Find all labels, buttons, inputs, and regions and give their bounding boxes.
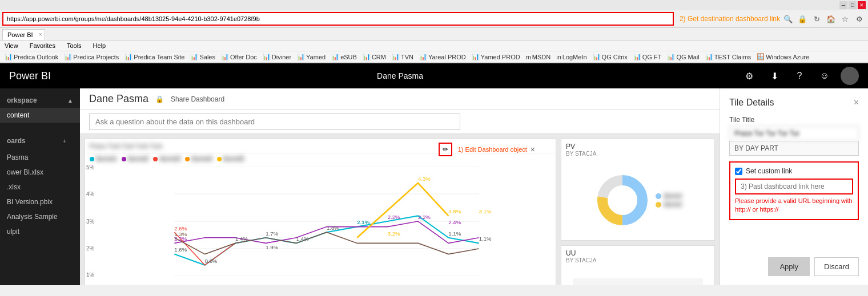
y-label-1: 1% (86, 272, 94, 278)
pbi-content: orkspace ▲ content oards + Pasma ower Bl… (0, 88, 868, 285)
sidebar-item-biversion[interactable]: BI Version.pbix (0, 194, 80, 209)
panel-actions: Apply Discard (729, 257, 859, 276)
legend-dot-1 (90, 157, 94, 161)
bookmark-windows-azure[interactable]: 🪟 Windows Azure (754, 52, 811, 61)
qa-bar-container (80, 110, 720, 134)
star-icon[interactable]: ☆ (839, 13, 851, 25)
bookmark-qg-mail[interactable]: 📊 QG Mail (665, 52, 701, 61)
settings-icon[interactable]: ⚙ (853, 13, 866, 25)
bookmark-yamed-prod[interactable]: 📊 Yamed PROD (469, 52, 523, 61)
uu-tile: UU BY STACJA (561, 245, 715, 285)
panel-title: Tile Details (729, 98, 774, 108)
menu-view[interactable]: View (2, 41, 21, 50)
legend-dot-4 (185, 157, 190, 161)
tile-title-section-label: Tile Title (729, 116, 859, 124)
y-label-4: 4% (86, 191, 94, 197)
sidebar-add-btn[interactable]: + (56, 135, 73, 147)
share-dashboard-button[interactable]: Share Dashboard (171, 95, 224, 103)
home-icon[interactable]: 🏠 (825, 13, 837, 25)
bookmark-test-claims[interactable]: 📊 TEST Claims (703, 52, 754, 61)
pv-tile-header: PV BY STACJA (561, 139, 714, 160)
panel-close-icon[interactable]: × (854, 98, 859, 108)
legend-label-4: blurred4 (191, 156, 212, 162)
bookmark-qg-ft[interactable]: 📊 QG FT (631, 52, 664, 61)
tabs-bar: Power BI × (0, 28, 868, 40)
sidebar-item-pasma[interactable]: Pasma (0, 150, 80, 165)
sidebar-item-powerbl[interactable]: ower Bl.xlsx (0, 165, 80, 180)
legend-item-1: blurred1 (90, 156, 117, 162)
svg-text:1.1%: 1.1% (448, 230, 461, 237)
tile-close-icon[interactable]: × (531, 145, 535, 154)
bookmark-yamed[interactable]: 📊 Yamed (295, 52, 328, 61)
bookmark-logmein[interactable]: in LogMeIn (554, 53, 589, 61)
svg-text:4.3%: 4.3% (418, 176, 431, 182)
sidebar-item-content[interactable]: content (0, 108, 80, 123)
bookmark-sales[interactable]: 📊 Sales (188, 52, 218, 61)
svg-text:1.9%: 1.9% (266, 244, 278, 250)
restore-button[interactable]: □ (849, 1, 857, 9)
chart-svg: 1.6% 2.2% 2.6% 1.3% 0.8% 1.4% 1.7% 1.4% … (102, 167, 551, 276)
custom-link-section: Set custom link Please provide a valid U… (729, 161, 859, 220)
menu-favorites[interactable]: Favorites (27, 41, 58, 50)
custom-link-input[interactable] (735, 179, 853, 194)
menu-tools[interactable]: Tools (65, 41, 84, 50)
sidebar-workspace-header[interactable]: orkspace ▲ (0, 93, 80, 108)
svg-text:1.1%: 1.1% (479, 236, 492, 242)
main-area: Dane Pasma 🔒 Share Dashboard Prace Turb … (80, 88, 720, 285)
custom-link-label[interactable]: Set custom link (746, 167, 792, 175)
svg-text:0.8%: 0.8% (205, 258, 218, 264)
tile-title-input[interactable] (729, 126, 859, 141)
minimize-button[interactable]: ─ (839, 1, 847, 9)
bookmark-esub[interactable]: 📊 eSUB (329, 52, 359, 61)
notifications-header-icon[interactable]: ☺ (815, 67, 834, 85)
bookmark-yareal[interactable]: 📊 Yareal PROD (417, 52, 468, 61)
bookmark-predica-projects[interactable]: 📊 Predica Projects (62, 52, 121, 61)
pv-subtitle: BY STACJA (566, 151, 710, 157)
sidebar-item-analysis[interactable]: Analysis Sample (0, 209, 80, 224)
help-header-icon[interactable]: ? (790, 67, 809, 85)
bookmark-predica-team[interactable]: 📊 Predica Team Site (122, 52, 187, 61)
tile-subtitle-input (729, 141, 859, 156)
discard-button[interactable]: Discard (814, 257, 859, 276)
search-icon[interactable]: 🔍 (782, 13, 794, 25)
legend-label-2: blurred2 (128, 156, 149, 162)
edit-dashboard-label: 1) Edit Dashboard object (458, 146, 527, 153)
apply-button[interactable]: Apply (768, 257, 810, 276)
donut-legend-2: blurred (664, 201, 681, 208)
tile-edit-button[interactable]: ✏ (439, 143, 452, 156)
pbi-logo: Power BI (9, 70, 51, 82)
qa-input[interactable] (89, 113, 460, 130)
browser-tab[interactable]: Power BI × (2, 29, 45, 40)
legend-item-2: blurred2 (122, 156, 149, 162)
pbi-header-title: Dane Pasma (60, 71, 740, 80)
bookmark-diviner[interactable]: 📊 Diviner (260, 52, 294, 61)
bookmark-qg-citrix[interactable]: 📊 QG Citrix (590, 52, 630, 61)
bookmark-predica-outlook[interactable]: 📊 Predica Outlook (2, 52, 61, 61)
svg-text:1.3%: 1.3% (174, 231, 187, 237)
address-bar[interactable] (2, 12, 674, 26)
sidebar-boards-header[interactable]: oards + (0, 132, 80, 150)
bookmarks-bar: 📊 Predica Outlook 📊 Predica Projects 📊 P… (0, 51, 868, 63)
download-header-icon[interactable]: ⬇ (765, 67, 783, 85)
refresh-icon[interactable]: ↻ (810, 13, 823, 25)
bookmark-tvn[interactable]: 📊 TVN (389, 52, 416, 61)
custom-link-checkbox[interactable] (735, 168, 742, 175)
bookmark-offer-doc[interactable]: 📊 Offer Doc (219, 52, 259, 61)
tab-close-icon[interactable]: × (39, 31, 42, 38)
settings-header-icon[interactable]: ⚙ (740, 67, 758, 85)
chart-line-dark (174, 232, 479, 254)
sidebar: orkspace ▲ content oards + Pasma ower Bl… (0, 88, 80, 285)
user-avatar[interactable] (841, 67, 859, 85)
chart-line-teal (174, 216, 479, 265)
bookmark-msdn[interactable]: m MSDN (524, 53, 553, 61)
menu-help[interactable]: Help (91, 41, 108, 50)
close-button[interactable]: ✕ (858, 1, 866, 9)
tile-small-pair: PV BY STACJA (561, 139, 715, 281)
legend-item-3: blurred3 (153, 156, 180, 162)
sidebar-item-ulpit[interactable]: ulpit (0, 224, 80, 239)
donut-legend-1: blurred (664, 193, 681, 199)
sidebar-item-xlsx[interactable]: .xlsx (0, 180, 80, 194)
sidebar-chevron-up: ▲ (67, 98, 73, 104)
bookmark-crm[interactable]: 📊 CRM (360, 52, 388, 61)
svg-text:1.4%: 1.4% (296, 236, 309, 242)
